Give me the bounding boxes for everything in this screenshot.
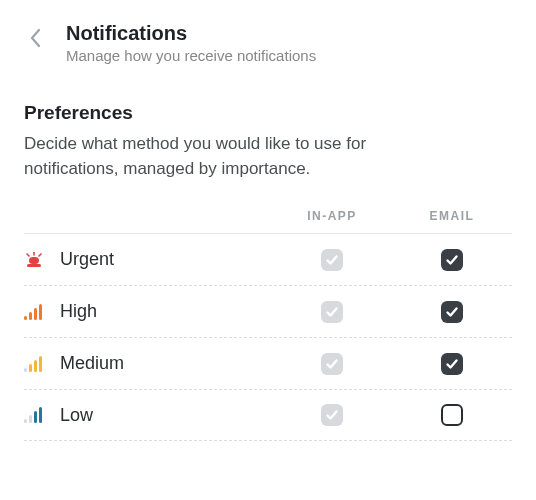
row-low: Low: [24, 389, 512, 441]
svg-line-3: [27, 254, 29, 256]
row-high: High: [24, 285, 512, 337]
checkbox-low-email[interactable]: [441, 404, 463, 426]
preferences-table: IN-APP EMAIL Urgent High: [24, 209, 512, 441]
column-header-in-app: IN-APP: [272, 209, 392, 223]
checkbox-low-in-app: [321, 404, 343, 426]
row-urgent: Urgent: [24, 233, 512, 285]
svg-rect-1: [27, 264, 41, 267]
column-header-email: EMAIL: [392, 209, 512, 223]
row-medium: Medium: [24, 337, 512, 389]
page-title: Notifications: [66, 22, 512, 45]
row-label: Low: [52, 405, 272, 426]
svg-line-4: [39, 254, 41, 256]
chevron-left-icon: [29, 28, 43, 48]
row-label: Urgent: [52, 249, 272, 270]
checkbox-high-email[interactable]: [441, 301, 463, 323]
section-description: Decide what method you would like to use…: [24, 132, 444, 181]
page-subtitle: Manage how you receive notifications: [66, 47, 512, 64]
checkbox-medium-email[interactable]: [441, 353, 463, 375]
checkbox-medium-in-app: [321, 353, 343, 375]
bars-3-icon: [24, 356, 52, 372]
row-label: High: [52, 301, 272, 322]
checkbox-high-in-app: [321, 301, 343, 323]
back-button[interactable]: [24, 26, 48, 50]
section-title: Preferences: [24, 102, 512, 124]
checkbox-urgent-email[interactable]: [441, 249, 463, 271]
bars-2-icon: [24, 407, 52, 423]
row-label: Medium: [52, 353, 272, 374]
svg-rect-0: [29, 257, 39, 264]
siren-icon: [24, 252, 52, 268]
checkbox-urgent-in-app: [321, 249, 343, 271]
bars-4-icon: [24, 304, 52, 320]
